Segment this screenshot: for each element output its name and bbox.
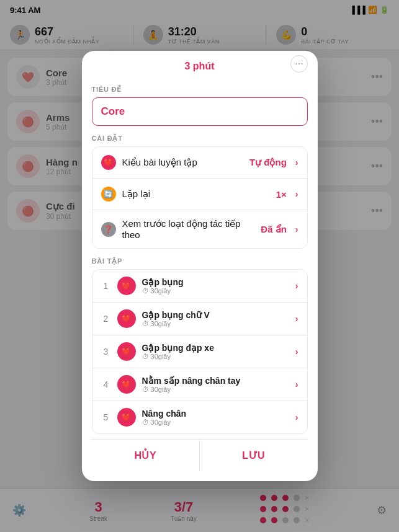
repeat-label: Lặp lại [122,188,270,200]
exercise-text-3: Gập bụng đạp xe ⏱ 30giây [142,343,289,360]
repeat-icon: 🔄 [101,187,116,202]
repeat-value: 1× [276,189,287,200]
exercise-icon-1: ❤️ [117,277,136,295]
modal-title: 3 phút [185,61,215,72]
modal-header: 3 phút ⋯ [82,51,318,77]
modal-body: TIÊU ĐỀ CÀI ĐẶT ❤️ Kiểu bài luyện tập Tự… [82,77,318,481]
settings-section-label: CÀI ĐẶT [92,135,308,143]
exercise-name-2: Gập bụng chữ V [142,310,289,320]
preview-label: Xem trước loạt động tác tiếp theo [122,218,255,240]
preview-value: Đã ẩn [261,224,287,235]
exercise-type-value: Tự động [249,157,287,168]
exercise-text-5: Nâng chân ⏱ 30giây [142,409,289,426]
title-input-container[interactable] [92,97,308,126]
exercise-icon-5: ❤️ [117,408,136,427]
exercise-type-chevron: › [295,157,298,167]
exercise-chevron-4: › [295,379,298,389]
exercise-text-4: Nằm sấp nâng chân tay ⏱ 30giây [142,376,289,393]
exercise-num-3: 3 [101,347,111,357]
exercise-name-4: Nằm sấp nâng chân tay [142,376,289,386]
exercise-row-1[interactable]: 1 ❤️ Gập bụng ⏱ 30giây › [92,270,307,303]
modal-action-buttons: HỦY LƯU [92,439,308,471]
exercise-chevron-1: › [295,281,298,291]
exercise-text-2: Gập bụng chữ V ⏱ 30giây [142,310,289,327]
exercise-num-5: 5 [101,412,111,422]
exercise-duration-3: ⏱ 30giây [142,353,289,360]
exercise-row-5[interactable]: 5 ❤️ Nâng chân ⏱ 30giây › [92,401,307,433]
exercise-icon-3: ❤️ [117,342,136,361]
exercise-duration-5: ⏱ 30giây [142,419,289,426]
edit-workout-modal: 3 phút ⋯ TIÊU ĐỀ CÀI ĐẶT ❤️ Kiểu bài luy… [82,51,318,481]
cancel-button[interactable]: HỦY [92,440,200,471]
exercise-type-label: Kiểu bài luyện tập [122,157,244,168]
setting-repeat[interactable]: 🔄 Lặp lại 1× › [92,179,307,210]
exercise-section-label: BÀI TẬP [92,257,308,265]
exercise-duration-2: ⏱ 30giây [142,320,289,327]
exercise-duration-4: ⏱ 30giây [142,386,289,393]
setting-preview[interactable]: ❓ Xem trước loạt động tác tiếp theo Đã ẩ… [92,210,307,248]
modal-menu-button[interactable]: ⋯ [290,55,308,73]
exercise-num-4: 4 [101,379,111,389]
repeat-chevron: › [295,189,298,199]
exercise-row-2[interactable]: 2 ❤️ Gập bụng chữ V ⏱ 30giây › [92,303,307,335]
exercise-text-1: Gập bụng ⏱ 30giây [142,277,289,295]
exercise-name-5: Nâng chân [142,409,289,419]
exercise-list: 1 ❤️ Gập bụng ⏱ 30giây › 2 ❤️ Gập bụng c… [92,269,308,434]
exercise-num-2: 2 [101,314,111,324]
settings-container: ❤️ Kiểu bài luyện tập Tự động › 🔄 Lặp lạ… [92,146,308,249]
exercise-chevron-2: › [295,314,298,324]
exercise-row-3[interactable]: 3 ❤️ Gập bụng đạp xe ⏱ 30giây › [92,335,307,368]
exercise-name-3: Gập bụng đạp xe [142,343,289,353]
preview-icon: ❓ [101,222,116,237]
title-input[interactable] [101,105,298,118]
exercise-row-4[interactable]: 4 ❤️ Nằm sấp nâng chân tay ⏱ 30giây › [92,368,307,401]
exercise-num-1: 1 [101,281,111,291]
preview-chevron: › [295,224,298,234]
exercise-icon-2: ❤️ [117,309,136,328]
title-section-label: TIÊU ĐỀ [92,86,308,94]
exercise-chevron-5: › [295,412,298,422]
setting-exercise-type[interactable]: ❤️ Kiểu bài luyện tập Tự động › [92,147,307,179]
exercise-chevron-3: › [295,347,298,357]
exercise-type-icon: ❤️ [101,155,116,170]
exercise-name-1: Gập bụng [142,277,289,287]
exercise-duration-1: ⏱ 30giây [142,287,289,295]
exercise-icon-4: ❤️ [117,375,136,394]
save-button[interactable]: LƯU [200,440,308,471]
